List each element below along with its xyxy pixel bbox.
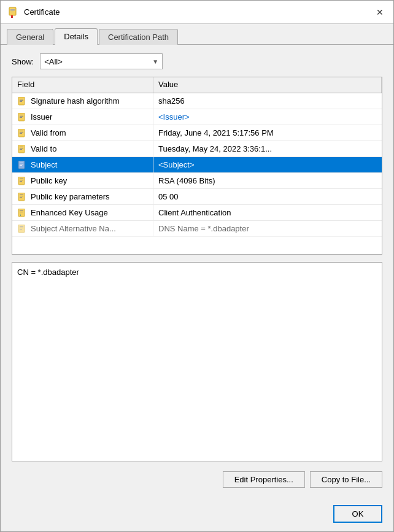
cell-value: <Subject> <box>153 157 382 172</box>
svg-rect-25 <box>20 165 22 166</box>
svg-rect-7 <box>20 99 23 99</box>
svg-rect-16 <box>20 132 23 133</box>
cell-value: 05 00 <box>153 189 382 204</box>
action-buttons: Edit Properties... Copy to File... <box>12 469 382 490</box>
svg-rect-36 <box>20 212 23 212</box>
svg-rect-19 <box>20 147 23 147</box>
tab-bar: General Details Certification Path <box>1 24 393 45</box>
edit-properties-button[interactable]: Edit Properties... <box>223 471 305 488</box>
cell-value: DNS Name = *.dbadapter <box>153 221 382 236</box>
row-icon-download: ↓ <box>17 208 27 218</box>
copy-to-file-button[interactable]: Copy to File... <box>310 471 382 488</box>
certificate-icon <box>8 7 19 18</box>
table-row[interactable]: Issuer <Issuer> <box>12 109 382 125</box>
svg-rect-33 <box>20 197 22 198</box>
svg-rect-12 <box>20 116 23 117</box>
row-icon <box>17 112 27 122</box>
cell-value: Client Authentication <box>153 205 382 220</box>
svg-rect-27 <box>20 179 23 179</box>
svg-rect-10 <box>18 113 25 121</box>
cell-field: Issuer <box>12 109 153 125</box>
fields-table: Field Value Signature hash algorithm sha… <box>12 77 382 255</box>
svg-text:↓: ↓ <box>20 213 21 217</box>
row-icon <box>17 192 27 202</box>
table-row[interactable]: ↓ Enhanced Key Usage Client Authenticati… <box>12 205 382 221</box>
svg-rect-30 <box>18 193 25 201</box>
cell-value: sha256 <box>153 93 382 109</box>
column-field-header: Field <box>12 77 153 93</box>
svg-rect-26 <box>18 177 25 185</box>
svg-rect-17 <box>20 133 22 134</box>
svg-rect-39 <box>20 226 23 227</box>
show-value: <All> <box>44 57 63 66</box>
cell-field: Subject Alternative Na... <box>12 221 153 236</box>
table-row[interactable]: Valid to Tuesday, May 24, 2022 3:36:1... <box>12 141 382 157</box>
show-label: Show: <box>12 57 34 66</box>
row-icon <box>17 160 27 170</box>
cell-value: Friday, June 4, 2021 5:17:56 PM <box>153 125 382 141</box>
svg-rect-32 <box>20 196 23 196</box>
svg-rect-35 <box>20 210 23 211</box>
detail-content: CN = *.dbadapter <box>17 268 79 277</box>
svg-rect-28 <box>20 180 23 180</box>
svg-rect-21 <box>20 149 22 150</box>
svg-rect-11 <box>20 115 23 115</box>
tab-details[interactable]: Details <box>55 28 98 45</box>
svg-rect-0 <box>9 7 16 15</box>
svg-rect-23 <box>20 163 23 163</box>
close-button[interactable]: ✕ <box>374 6 386 18</box>
dialog-title: Certificate <box>24 7 60 17</box>
svg-rect-8 <box>20 100 23 101</box>
dropdown-arrow-icon: ▼ <box>152 58 158 65</box>
show-dropdown[interactable]: <All> ▼ <box>40 53 163 69</box>
table-body[interactable]: Signature hash algorithm sha256 Issuer <box>12 93 382 254</box>
ok-button[interactable]: OK <box>333 505 382 523</box>
ok-row: OK <box>1 499 393 531</box>
detail-text-box: CN = *.dbadapter <box>12 262 382 461</box>
row-icon <box>17 176 27 186</box>
table-row[interactable]: Valid from Friday, June 4, 2021 5:17:56 … <box>12 125 382 141</box>
svg-rect-24 <box>20 164 23 164</box>
table-row[interactable]: Subject Alternative Na... DNS Name = *.d… <box>12 221 382 237</box>
title-bar: Certificate ✕ <box>1 1 393 24</box>
cell-value: RSA (4096 Bits) <box>153 173 382 188</box>
row-icon <box>17 96 27 106</box>
cell-field: Valid from <box>12 125 153 141</box>
svg-rect-38 <box>18 225 25 233</box>
cell-field: Valid to <box>12 141 153 156</box>
svg-rect-2 <box>10 10 15 11</box>
cell-value-link: <Issuer> <box>153 109 382 125</box>
table-header: Field Value <box>12 77 382 93</box>
table-row-selected[interactable]: Subject <Subject> <box>12 157 382 173</box>
svg-rect-6 <box>18 97 25 105</box>
svg-rect-15 <box>20 131 23 131</box>
svg-rect-29 <box>20 181 22 182</box>
svg-rect-41 <box>20 229 22 229</box>
svg-rect-22 <box>18 161 25 169</box>
cell-value: Tuesday, May 24, 2022 3:36:1... <box>153 141 382 156</box>
svg-rect-31 <box>20 195 23 195</box>
certificate-dialog: Certificate ✕ General Details Certificat… <box>0 0 394 532</box>
tab-certification-path[interactable]: Certification Path <box>99 29 178 45</box>
row-icon <box>17 128 27 138</box>
cell-field: Subject <box>12 157 153 172</box>
svg-rect-9 <box>20 101 22 102</box>
svg-rect-18 <box>18 145 25 153</box>
column-value-header: Value <box>153 77 382 93</box>
svg-rect-13 <box>20 117 22 118</box>
show-row: Show: <All> ▼ <box>12 53 382 69</box>
svg-rect-1 <box>10 9 15 10</box>
cell-field: Public key <box>12 173 153 188</box>
tab-general[interactable]: General <box>7 29 53 45</box>
table-row[interactable]: Public key RSA (4096 Bits) <box>12 173 382 189</box>
svg-rect-3 <box>10 12 14 12</box>
cell-field: ↓ Enhanced Key Usage <box>12 205 153 220</box>
tab-content: Show: <All> ▼ Field Value Signatur <box>1 45 393 499</box>
row-icon <box>17 144 27 154</box>
svg-rect-20 <box>20 148 23 148</box>
table-row[interactable]: Public key parameters 05 00 <box>12 189 382 205</box>
cell-field: Public key parameters <box>12 189 153 204</box>
table-row[interactable]: Signature hash algorithm sha256 <box>12 93 382 109</box>
svg-rect-14 <box>18 129 25 137</box>
row-icon <box>17 224 27 234</box>
